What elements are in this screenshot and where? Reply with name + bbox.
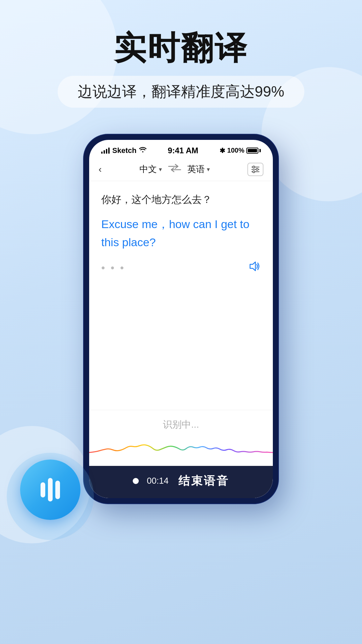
end-recording-button[interactable]: 结束语音: [178, 473, 229, 489]
status-time: 9:41 AM: [168, 146, 198, 155]
mic-wave-animation: [41, 478, 60, 501]
source-lang-selector[interactable]: 中文 ▾: [139, 163, 162, 175]
nav-bar: ‹ 中文 ▾ 英语: [89, 158, 273, 181]
recording-timer: 00:14: [147, 476, 170, 486]
status-right: ✱ 100%: [220, 147, 261, 155]
translation-area: 你好，这个地方怎么去？ Excuse me，how can I get to t…: [89, 181, 273, 410]
back-button[interactable]: ‹: [99, 164, 102, 175]
svg-point-5: [253, 171, 255, 173]
translated-line-2: this place?: [101, 236, 156, 249]
signal-icon: [101, 148, 110, 154]
source-lang-label: 中文: [139, 163, 157, 175]
bluetooth-icon: ✱: [220, 147, 225, 155]
mic-wave-bar-1: [41, 482, 45, 497]
phone-mockup-container: Sketch 9:41 AM ✱ 100%: [0, 135, 362, 503]
translated-text: Excuse me，how can I get to this place?: [101, 215, 261, 252]
status-bar: Sketch 9:41 AM ✱ 100%: [89, 140, 273, 158]
swap-languages-button[interactable]: [167, 164, 182, 174]
carrier-label: Sketch: [112, 146, 136, 155]
swap-icon: [168, 164, 181, 175]
record-indicator: [133, 478, 139, 484]
phone-screen: Sketch 9:41 AM ✱ 100%: [89, 140, 273, 498]
settings-button[interactable]: [247, 163, 263, 176]
page-title: 实时翻译: [0, 30, 362, 66]
speaker-button[interactable]: [248, 261, 261, 275]
recognition-area: 识别中...: [89, 410, 273, 439]
battery-percent: 100%: [227, 147, 244, 154]
mic-wave-bar-3: [55, 481, 60, 499]
translated-line-1: Excuse me，how can I get to: [101, 218, 249, 230]
translation-tools: • • •: [101, 261, 261, 275]
subtitle-box: 边说边译，翻译精准度高达99%: [58, 76, 304, 108]
waveform-visualization: [89, 439, 273, 466]
svg-point-4: [256, 168, 258, 170]
nav-center: 中文 ▾ 英语 ▾: [102, 163, 247, 175]
wifi-icon: [139, 147, 146, 154]
mic-wave-bar-2: [48, 478, 53, 501]
more-options-dots[interactable]: • • •: [101, 262, 125, 274]
mic-button[interactable]: [20, 460, 80, 520]
target-lang-label: 英语: [187, 163, 205, 175]
source-dropdown-arrow: ▾: [159, 166, 162, 173]
phone-outer-frame: Sketch 9:41 AM ✱ 100%: [84, 135, 278, 503]
battery-icon: [246, 148, 261, 154]
end-button-bar: 00:14 结束语音: [89, 466, 273, 498]
subtitle-text: 边说边译，翻译精准度高达99%: [78, 83, 284, 100]
svg-point-3: [253, 166, 255, 168]
header-section: 实时翻译 边说边译，翻译精准度高达99%: [0, 0, 362, 121]
target-lang-selector[interactable]: 英语 ▾: [187, 163, 210, 175]
target-dropdown-arrow: ▾: [207, 166, 210, 173]
recognition-status: 识别中...: [163, 419, 199, 430]
waveform-area: [89, 439, 273, 466]
original-text: 你好，这个地方怎么去？: [101, 192, 261, 207]
status-left: Sketch: [101, 146, 146, 155]
